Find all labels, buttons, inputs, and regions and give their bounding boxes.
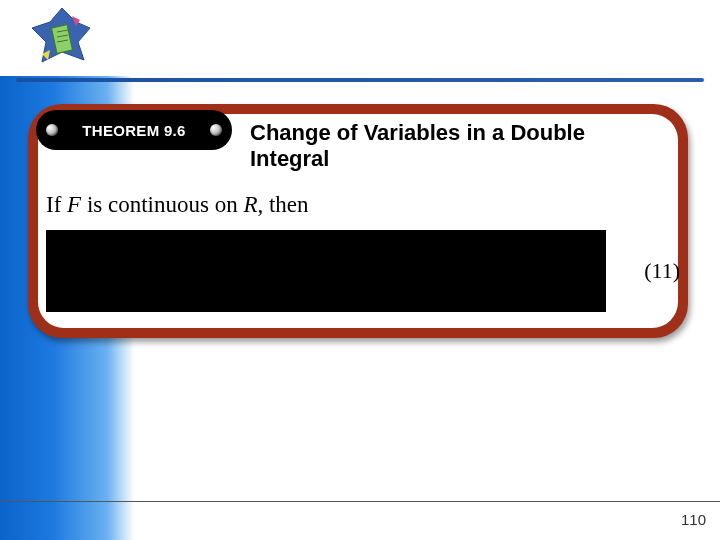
text: , then [257,192,308,217]
theorem-tag: THEOREM 9.6 [36,110,232,150]
slide: THEOREM 9.6 Change of Variables in a Dou… [0,0,720,540]
top-bar [0,0,720,76]
bullet-icon [210,124,222,136]
bottom-rule [0,501,720,502]
equation-redacted-block [46,230,606,312]
text: is continuous on [81,192,243,217]
var-R: R [243,192,257,217]
theorem-statement: If F is continuous on R, then [46,192,666,218]
header-rule [16,78,704,82]
bullet-icon [46,124,58,136]
theorem-tag-label: THEOREM 9.6 [82,122,185,139]
logo-icon [28,6,96,72]
page-number: 110 [681,511,706,528]
theorem-title: Change of Variables in a Double Integral [250,120,650,172]
var-F: F [67,192,81,217]
equation-number: (11) [644,258,680,284]
text: If [46,192,67,217]
